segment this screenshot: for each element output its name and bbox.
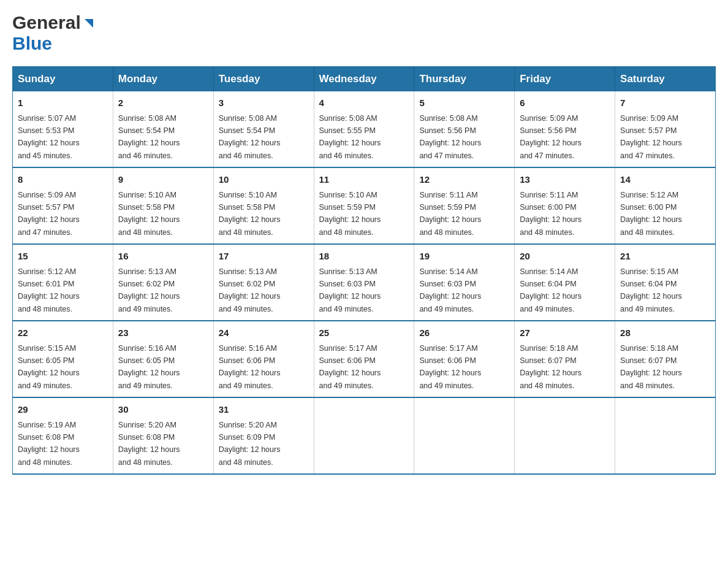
week-row-3: 15 Sunrise: 5:12 AMSunset: 6:01 PMDaylig… (13, 244, 716, 321)
day-cell: 4 Sunrise: 5:08 AMSunset: 5:55 PMDayligh… (314, 91, 414, 167)
day-cell: 5 Sunrise: 5:08 AMSunset: 5:56 PMDayligh… (414, 91, 515, 167)
day-cell: 3 Sunrise: 5:08 AMSunset: 5:54 PMDayligh… (213, 91, 314, 167)
day-number: 20 (520, 250, 610, 264)
day-info: Sunrise: 5:07 AMSunset: 5:53 PMDaylight:… (18, 114, 80, 160)
day-cell: 29 Sunrise: 5:19 AMSunset: 6:08 PMDaylig… (13, 397, 113, 474)
day-cell: 13 Sunrise: 5:11 AMSunset: 6:00 PMDaylig… (515, 167, 615, 244)
day-info: Sunrise: 5:11 AMSunset: 5:59 PMDaylight:… (419, 191, 481, 237)
day-number: 18 (319, 250, 409, 264)
day-cell: 9 Sunrise: 5:10 AMSunset: 5:58 PMDayligh… (113, 167, 213, 244)
day-info: Sunrise: 5:11 AMSunset: 6:00 PMDaylight:… (520, 191, 582, 237)
day-cell: 31 Sunrise: 5:20 AMSunset: 6:09 PMDaylig… (213, 397, 314, 474)
day-info: Sunrise: 5:10 AMSunset: 5:59 PMDaylight:… (319, 191, 381, 237)
day-number: 21 (620, 250, 710, 264)
day-info: Sunrise: 5:14 AMSunset: 6:04 PMDaylight:… (520, 267, 582, 313)
day-info: Sunrise: 5:14 AMSunset: 6:03 PMDaylight:… (419, 267, 481, 313)
week-row-2: 8 Sunrise: 5:09 AMSunset: 5:57 PMDayligh… (13, 167, 716, 244)
day-number: 11 (319, 173, 409, 187)
day-cell: 28 Sunrise: 5:18 AMSunset: 6:07 PMDaylig… (615, 321, 716, 397)
day-info: Sunrise: 5:08 AMSunset: 5:54 PMDaylight:… (118, 114, 180, 160)
day-cell (314, 397, 414, 474)
day-cell: 14 Sunrise: 5:12 AMSunset: 6:00 PMDaylig… (615, 167, 716, 244)
logo-triangle-icon (82, 17, 96, 30)
day-number: 25 (319, 326, 409, 340)
day-cell: 17 Sunrise: 5:13 AMSunset: 6:02 PMDaylig… (213, 244, 314, 321)
calendar-header-row: SundayMondayTuesdayWednesdayThursdayFrid… (13, 67, 716, 92)
day-info: Sunrise: 5:09 AMSunset: 5:57 PMDaylight:… (620, 114, 682, 160)
day-number: 19 (419, 250, 509, 264)
day-cell: 1 Sunrise: 5:07 AMSunset: 5:53 PMDayligh… (13, 91, 113, 167)
day-cell: 10 Sunrise: 5:10 AMSunset: 5:58 PMDaylig… (213, 167, 314, 244)
day-number: 22 (18, 326, 108, 340)
day-cell: 30 Sunrise: 5:20 AMSunset: 6:08 PMDaylig… (113, 397, 213, 474)
day-cell (615, 397, 716, 474)
day-cell: 20 Sunrise: 5:14 AMSunset: 6:04 PMDaylig… (515, 244, 615, 321)
header-wednesday: Wednesday (314, 67, 414, 92)
day-number: 24 (219, 326, 309, 340)
header-monday: Monday (113, 67, 213, 92)
day-number: 3 (219, 96, 309, 110)
day-cell: 2 Sunrise: 5:08 AMSunset: 5:54 PMDayligh… (113, 91, 213, 167)
day-number: 30 (118, 403, 208, 417)
day-info: Sunrise: 5:10 AMSunset: 5:58 PMDaylight:… (118, 191, 180, 237)
day-cell: 12 Sunrise: 5:11 AMSunset: 5:59 PMDaylig… (414, 167, 515, 244)
day-info: Sunrise: 5:20 AMSunset: 6:09 PMDaylight:… (219, 421, 281, 467)
day-number: 1 (18, 96, 108, 110)
day-info: Sunrise: 5:13 AMSunset: 6:03 PMDaylight:… (319, 267, 381, 313)
header-thursday: Thursday (414, 67, 515, 92)
day-cell: 19 Sunrise: 5:14 AMSunset: 6:03 PMDaylig… (414, 244, 515, 321)
day-number: 23 (118, 326, 208, 340)
day-info: Sunrise: 5:17 AMSunset: 6:06 PMDaylight:… (419, 344, 481, 390)
day-number: 4 (319, 96, 409, 110)
day-number: 8 (18, 173, 108, 187)
day-number: 16 (118, 250, 208, 264)
week-row-5: 29 Sunrise: 5:19 AMSunset: 6:08 PMDaylig… (13, 397, 716, 474)
page-header: General Blue (12, 12, 716, 54)
day-info: Sunrise: 5:08 AMSunset: 5:56 PMDaylight:… (419, 114, 481, 160)
logo: General Blue (12, 12, 96, 54)
logo-general-text: General (12, 12, 81, 33)
day-cell: 16 Sunrise: 5:13 AMSunset: 6:02 PMDaylig… (113, 244, 213, 321)
header-friday: Friday (515, 67, 615, 92)
day-number: 13 (520, 173, 610, 187)
day-number: 14 (620, 173, 710, 187)
day-cell: 6 Sunrise: 5:09 AMSunset: 5:56 PMDayligh… (515, 91, 615, 167)
day-info: Sunrise: 5:16 AMSunset: 6:05 PMDaylight:… (118, 344, 180, 390)
day-cell: 26 Sunrise: 5:17 AMSunset: 6:06 PMDaylig… (414, 321, 515, 397)
day-info: Sunrise: 5:19 AMSunset: 6:08 PMDaylight:… (18, 421, 80, 467)
day-info: Sunrise: 5:08 AMSunset: 5:54 PMDaylight:… (219, 114, 281, 160)
day-number: 29 (18, 403, 108, 417)
day-info: Sunrise: 5:15 AMSunset: 6:05 PMDaylight:… (18, 344, 80, 390)
day-cell: 11 Sunrise: 5:10 AMSunset: 5:59 PMDaylig… (314, 167, 414, 244)
day-info: Sunrise: 5:13 AMSunset: 6:02 PMDaylight:… (219, 267, 281, 313)
day-number: 2 (118, 96, 208, 110)
day-number: 26 (419, 326, 509, 340)
day-info: Sunrise: 5:18 AMSunset: 6:07 PMDaylight:… (520, 344, 582, 390)
day-number: 15 (18, 250, 108, 264)
day-number: 12 (419, 173, 509, 187)
day-cell: 18 Sunrise: 5:13 AMSunset: 6:03 PMDaylig… (314, 244, 414, 321)
day-cell (414, 397, 515, 474)
day-cell: 24 Sunrise: 5:16 AMSunset: 6:06 PMDaylig… (213, 321, 314, 397)
day-cell: 27 Sunrise: 5:18 AMSunset: 6:07 PMDaylig… (515, 321, 615, 397)
day-info: Sunrise: 5:09 AMSunset: 5:57 PMDaylight:… (18, 191, 80, 237)
logo-blue-text: Blue (12, 33, 52, 53)
day-info: Sunrise: 5:13 AMSunset: 6:02 PMDaylight:… (118, 267, 180, 313)
day-cell: 15 Sunrise: 5:12 AMSunset: 6:01 PMDaylig… (13, 244, 113, 321)
day-number: 17 (219, 250, 309, 264)
day-info: Sunrise: 5:08 AMSunset: 5:55 PMDaylight:… (319, 114, 381, 160)
svg-marker-0 (85, 19, 93, 28)
day-number: 27 (520, 326, 610, 340)
day-cell: 23 Sunrise: 5:16 AMSunset: 6:05 PMDaylig… (113, 321, 213, 397)
day-info: Sunrise: 5:18 AMSunset: 6:07 PMDaylight:… (620, 344, 682, 390)
header-saturday: Saturday (615, 67, 716, 92)
day-info: Sunrise: 5:20 AMSunset: 6:08 PMDaylight:… (118, 421, 180, 467)
day-number: 10 (219, 173, 309, 187)
day-cell: 25 Sunrise: 5:17 AMSunset: 6:06 PMDaylig… (314, 321, 414, 397)
day-info: Sunrise: 5:17 AMSunset: 6:06 PMDaylight:… (319, 344, 381, 390)
calendar-table: SundayMondayTuesdayWednesdayThursdayFrid… (12, 66, 716, 475)
day-number: 6 (520, 96, 610, 110)
day-number: 31 (219, 403, 309, 417)
day-cell: 21 Sunrise: 5:15 AMSunset: 6:04 PMDaylig… (615, 244, 716, 321)
day-number: 5 (419, 96, 509, 110)
